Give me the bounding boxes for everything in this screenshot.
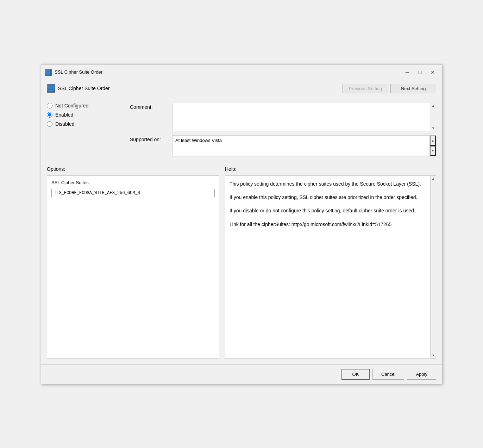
supported-scroll: ▲ ▼: [429, 136, 436, 156]
bottom-section: Options: Help: SSL Cipher Suites This po…: [41, 166, 442, 364]
supported-field: At least Windows Vista ▲ ▼: [172, 135, 436, 156]
cancel-button[interactable]: Cancel: [372, 369, 404, 380]
comment-textarea[interactable]: [172, 103, 436, 131]
comment-scroll-up[interactable]: ▲: [430, 103, 436, 108]
radio-disabled[interactable]: Disabled: [47, 121, 124, 127]
ok-button[interactable]: OK: [341, 369, 370, 380]
title-bar: SSL Cipher Suite Order ─ □ ✕: [41, 64, 442, 80]
window-icon: [45, 69, 52, 76]
radio-enabled[interactable]: Enabled: [47, 112, 124, 118]
svg-rect-7: [48, 89, 54, 91]
comment-label: Comment:: [130, 103, 169, 110]
svg-rect-1: [46, 70, 50, 73]
toolbar-buttons: Previous Setting Next Setting: [343, 84, 436, 93]
section-headers: Options: Help:: [47, 166, 436, 172]
radio-disabled-input[interactable]: [47, 121, 52, 127]
supported-value: At least Windows Vista: [172, 136, 429, 145]
help-header: Help:: [225, 166, 237, 172]
supported-scroll-down[interactable]: ▼: [430, 146, 436, 156]
previous-setting-button[interactable]: Previous Setting: [343, 84, 388, 93]
main-content: Not Configured Enabled Disabled Comment:: [41, 97, 442, 166]
comment-scroll-down[interactable]: ▼: [430, 125, 436, 131]
svg-rect-6: [49, 86, 54, 89]
help-para-3: If you disable or do not configure this …: [230, 207, 432, 214]
radio-not-configured-input[interactable]: [47, 103, 52, 108]
toolbar-title: SSL Cipher Suite Order: [58, 86, 110, 91]
next-setting-button[interactable]: Next Setting: [390, 84, 436, 93]
window-controls: ─ □ ✕: [402, 67, 438, 77]
title-bar-left: SSL Cipher Suite Order: [45, 69, 102, 76]
cipher-suites-label: SSL Cipher Suites: [51, 180, 215, 185]
minimize-button[interactable]: ─: [402, 67, 413, 77]
help-para-2: If you enable this policy setting, SSL c…: [230, 193, 432, 201]
help-para-1: This policy setting determines the ciphe…: [230, 180, 432, 188]
right-panel: Comment: ▲ ▼ Supported on: At least Wind…: [130, 103, 436, 161]
radio-not-configured-label: Not Configured: [55, 103, 88, 108]
radio-enabled-label: Enabled: [55, 112, 73, 118]
supported-row: Supported on: At least Windows Vista ▲ ▼: [130, 135, 436, 156]
toolbar: SSL Cipher Suite Order Previous Setting …: [41, 80, 442, 97]
radio-not-configured[interactable]: Not Configured: [47, 103, 124, 108]
close-button[interactable]: ✕: [427, 67, 438, 77]
main-window: SSL Cipher Suite Order ─ □ ✕ SSL Cipher …: [41, 64, 442, 384]
radio-disabled-label: Disabled: [55, 121, 74, 127]
help-scroll-up[interactable]: ▲: [431, 176, 436, 181]
help-panel: This policy setting determines the ciphe…: [225, 175, 436, 359]
toolbar-left: SSL Cipher Suite Order: [47, 84, 110, 93]
options-panel: SSL Cipher Suites: [47, 175, 219, 359]
footer: OK Cancel Apply: [41, 364, 442, 384]
svg-rect-2: [46, 73, 50, 74]
comment-row: Comment: ▲ ▼: [130, 103, 436, 131]
window-title: SSL Cipher Suite Order: [55, 69, 102, 75]
radio-enabled-input[interactable]: [47, 112, 52, 118]
apply-button[interactable]: Apply: [407, 369, 436, 380]
help-scroll-down[interactable]: ▼: [431, 353, 436, 358]
supported-label: Supported on:: [130, 135, 169, 142]
options-header: Options:: [47, 166, 219, 172]
maximize-button[interactable]: □: [414, 67, 426, 77]
toolbar-icon: [47, 84, 55, 93]
supported-scroll-up[interactable]: ▲: [430, 136, 436, 146]
left-panel: Not Configured Enabled Disabled: [47, 103, 124, 161]
radio-group: Not Configured Enabled Disabled: [47, 103, 124, 127]
cipher-input[interactable]: [51, 189, 215, 197]
panels-row: SSL Cipher Suites This policy setting de…: [47, 175, 436, 359]
help-para-4: Link for all the cipherSuites: http://go…: [230, 220, 432, 228]
